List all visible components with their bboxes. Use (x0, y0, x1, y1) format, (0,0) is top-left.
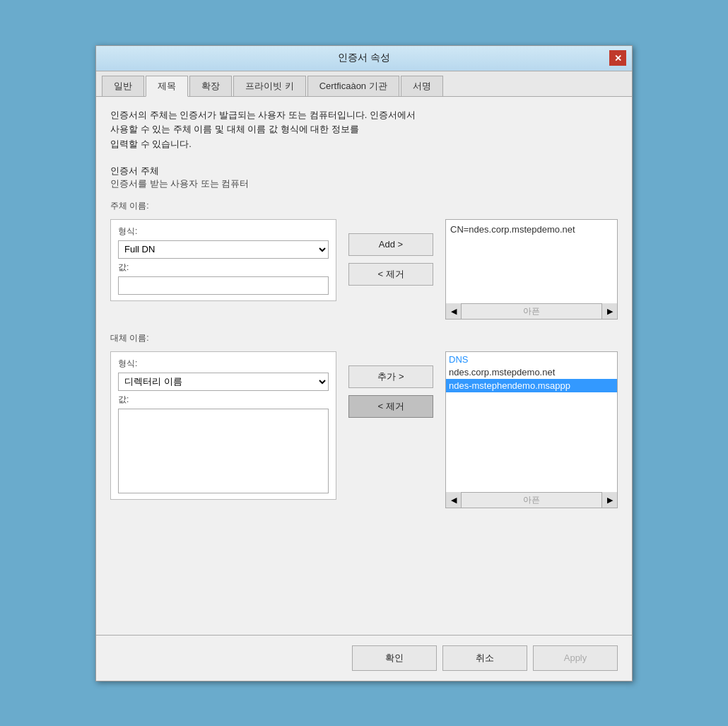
dns-header: DNS (446, 352, 617, 365)
subject-value-box: CN=ndes.corp.mstepdemo.net (445, 219, 618, 304)
value-label-subject: 값: (118, 262, 329, 274)
subject-name-area: 형식: Full DN Common name Email DNS 값: (110, 219, 618, 320)
tab-subject[interactable]: 제목 (146, 76, 188, 97)
dns-item-1[interactable]: ndes-mstephendemo.msappp (446, 379, 617, 392)
dialog-title: 인증서 속성 (119, 52, 609, 64)
close-button[interactable]: ✕ (609, 50, 626, 66)
subject-scroll-label: 아픈 (519, 305, 544, 317)
subject-section: 인증서 주체 인증서를 받는 사용자 또는 컴퓨터 (110, 165, 618, 190)
subject-scroll-row: ◀ 아픈 ▶ (445, 304, 618, 320)
alt-name-section-label: 대체 이름: (110, 332, 618, 344)
alt-name-area: 형식: 디렉터리 이름 DNS Email URI 값: 추가 > (110, 351, 618, 508)
subject-name-field-group: 형식: Full DN Common name Email DNS 값: (110, 219, 336, 301)
description-text: 인증서의 주체는 인증서가 발급되는 사용자 또는 컴퓨터입니다. 인증서에서 … (110, 108, 618, 152)
tab-bar: 일반 제목 확장 프라이빗 키 Certficaàon 기관 서명 (96, 71, 632, 97)
tab-signature[interactable]: 서명 (401, 76, 443, 96)
format-select-row-alt: 디렉터리 이름 DNS Email URI (118, 373, 329, 391)
subject-label: 인증서 주체 (110, 165, 618, 177)
alt-scroll-right[interactable]: ▶ (601, 492, 617, 508)
subject-name-right: CN=ndes.corp.mstepdemo.net ◀ 아픈 ▶ (445, 219, 618, 320)
alt-add-button[interactable]: 추가 > (348, 365, 433, 388)
subject-add-button[interactable]: Add > (348, 233, 433, 256)
alt-name-field-group: 형식: 디렉터리 이름 DNS Email URI 값: (110, 351, 336, 500)
certificate-properties-dialog: 인증서 속성 ✕ 일반 제목 확장 프라이빗 키 Certficaàon 기관 … (95, 45, 633, 681)
subject-current-value: CN=ndes.corp.mstepdemo.net (449, 223, 614, 236)
format-select-row-subject: Full DN Common name Email DNS (118, 240, 329, 259)
alt-name-middle: 추가 > < 제거 (345, 351, 437, 418)
subject-scroll-left[interactable]: ◀ (446, 303, 462, 319)
title-bar: 인증서 속성 ✕ (96, 46, 632, 71)
alt-name-left: 형식: 디렉터리 이름 DNS Email URI 값: (110, 351, 336, 500)
tab-content: 인증서의 주체는 인증서가 발급되는 사용자 또는 컴퓨터입니다. 인증서에서 … (96, 97, 632, 635)
alt-scroll-row: ◀ 아픈 ▶ (445, 493, 618, 508)
cancel-button[interactable]: 취소 (442, 645, 527, 671)
alt-scroll-label: 아픈 (519, 494, 544, 506)
subject-value-input[interactable] (118, 276, 329, 295)
alt-format-select[interactable]: 디렉터리 이름 DNS Email URI (118, 373, 329, 391)
alt-value-box: DNS ndes.corp.mstepdemo.net ndes-mstephe… (445, 351, 618, 493)
alt-scroll-left[interactable]: ◀ (446, 492, 462, 508)
subject-sublabel: 인증서를 받는 사용자 또는 컴퓨터 (110, 177, 618, 190)
ok-button[interactable]: 확인 (352, 645, 437, 671)
subject-name-middle: Add > < 제거 (345, 219, 437, 286)
tab-extensions[interactable]: 확장 (189, 76, 232, 96)
apply-button[interactable]: Apply (533, 645, 618, 671)
footer-bar: 확인 취소 Apply (96, 635, 632, 681)
alt-value-input[interactable] (118, 409, 329, 493)
tab-private-key[interactable]: 프라이빗 키 (233, 76, 306, 96)
subject-remove-button[interactable]: < 제거 (348, 263, 433, 286)
dns-item-0[interactable]: ndes.corp.mstepdemo.net (446, 365, 617, 379)
subject-scroll-right[interactable]: ▶ (601, 303, 617, 319)
tab-general[interactable]: 일반 (102, 76, 144, 96)
format-label-alt: 형식: (118, 358, 329, 370)
alt-name-right: DNS ndes.corp.mstepdemo.net ndes-mstephe… (445, 351, 618, 508)
subject-name-left: 형식: Full DN Common name Email DNS 값: (110, 219, 336, 301)
value-label-alt: 값: (118, 394, 329, 406)
alt-remove-button[interactable]: < 제거 (348, 395, 433, 418)
subject-name-section-label: 주체 이름: (110, 200, 618, 212)
format-label-subject: 형식: (118, 226, 329, 238)
tab-certification-authority[interactable]: Certficaàon 기관 (307, 76, 399, 96)
subject-format-select[interactable]: Full DN Common name Email DNS (118, 240, 329, 259)
